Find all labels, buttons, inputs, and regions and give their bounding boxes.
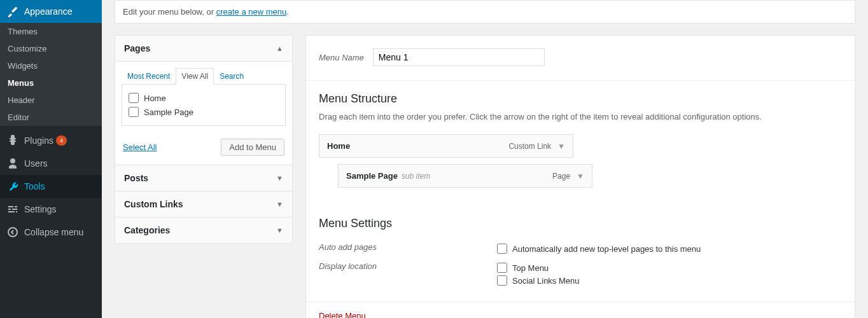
tab-most-recent[interactable]: Most Recent	[122, 68, 176, 85]
menu-item-title: Sample Page	[346, 171, 398, 181]
sidebar-item-label: Collapse menu	[24, 227, 83, 237]
admin-sidebar: Appearance Themes Customize Widgets Menu…	[0, 0, 102, 318]
menu-item-sample-page[interactable]: Sample Pagesub item Page▼	[338, 164, 592, 188]
notice-suffix: .	[286, 7, 289, 17]
page-sample-label: Sample Page	[144, 107, 193, 117]
sidebar-item-label: Settings	[24, 204, 57, 214]
location-top-label: Top Menu	[512, 263, 549, 273]
wrench-icon	[6, 180, 19, 193]
delete-menu-link[interactable]: Delete Menu	[319, 311, 366, 318]
chevron-down-icon[interactable]: ▼	[577, 172, 584, 181]
submenu-header[interactable]: Header	[0, 92, 102, 109]
svg-point-0	[8, 228, 17, 237]
accordion-title: Custom Links	[124, 199, 183, 209]
sidebar-item-label: Plugins	[24, 135, 53, 146]
plugins-update-badge: 4	[56, 135, 67, 146]
auto-add-pages-label: Auto add pages	[319, 242, 497, 255]
menu-item-subinfo: sub item	[402, 172, 430, 181]
main-content: Edit your menu below, or create a new me…	[102, 0, 868, 318]
chevron-up-icon: ▲	[276, 45, 283, 52]
submenu-widgets[interactable]: Widgets	[0, 57, 102, 74]
add-items-accordion: Pages ▲ Most Recent View All Search Home	[115, 35, 293, 244]
auto-add-pages-checkbox[interactable]	[497, 244, 507, 254]
accordion-title: Categories	[124, 225, 170, 235]
create-new-menu-link[interactable]: create a new menu	[216, 7, 287, 17]
menu-item-title: Home	[327, 141, 350, 151]
accordion-title: Posts	[124, 173, 148, 183]
sidebar-item-label: Appearance	[24, 6, 73, 17]
menu-item-type: Custom Link	[508, 142, 551, 151]
plug-icon	[6, 134, 19, 147]
select-all-link[interactable]: Select All	[123, 142, 157, 152]
accordion-title: Pages	[124, 43, 150, 53]
location-social-checkbox[interactable]	[497, 275, 507, 286]
page-home-checkbox[interactable]	[129, 93, 139, 103]
location-social-label: Social Links Menu	[512, 276, 580, 286]
tab-search[interactable]: Search	[214, 68, 249, 85]
accordion-pages-body: Most Recent View All Search Home Sample …	[115, 62, 292, 165]
accordion-categories-header[interactable]: Categories ▼	[115, 218, 292, 243]
sidebar-item-tools[interactable]: Tools	[0, 175, 102, 198]
accordion-customlinks-header[interactable]: Custom Links ▼	[115, 191, 292, 218]
menu-name-input[interactable]	[373, 48, 545, 66]
menu-structure-help: Drag each item into the order you prefer…	[319, 112, 842, 121]
auto-add-pages-option: Automatically add new top-level pages to…	[512, 244, 701, 254]
chevron-down-icon: ▼	[276, 226, 283, 234]
paintbrush-icon	[6, 5, 19, 18]
menu-name-label: Menu Name	[319, 53, 364, 62]
chevron-down-icon: ▼	[276, 200, 283, 208]
collapse-icon	[6, 226, 19, 238]
sidebar-item-users[interactable]: Users	[0, 152, 102, 175]
notice-text: Edit your menu below, or	[123, 7, 216, 17]
page-sample-checkbox[interactable]	[129, 107, 139, 117]
accordion-pages-header[interactable]: Pages ▲	[115, 36, 292, 62]
tab-view-all[interactable]: View All	[176, 68, 214, 85]
pages-tabs: Most Recent View All Search	[115, 62, 292, 84]
edit-menu-notice: Edit your menu below, or create a new me…	[115, 0, 855, 24]
page-home-label: Home	[144, 93, 166, 103]
display-location-label: Display location	[319, 261, 497, 287]
submenu-themes[interactable]: Themes	[0, 23, 102, 40]
sidebar-item-plugins[interactable]: Plugins 4	[0, 129, 102, 152]
location-top-checkbox[interactable]	[497, 263, 507, 273]
user-icon	[6, 157, 19, 170]
menu-item-home[interactable]: Home Custom Link▼	[319, 134, 573, 158]
menu-structure-heading: Menu Structure	[319, 92, 842, 106]
sliders-icon	[6, 203, 19, 216]
chevron-down-icon: ▼	[276, 174, 283, 182]
menu-editor-panel: Menu Name Menu Structure Drag each item …	[305, 35, 855, 318]
submenu-menus[interactable]: Menus	[0, 74, 102, 92]
menu-settings-heading: Menu Settings	[319, 217, 842, 230]
sidebar-item-appearance[interactable]: Appearance	[0, 0, 102, 23]
sidebar-item-settings[interactable]: Settings	[0, 198, 102, 221]
add-to-menu-button[interactable]: Add to Menu	[221, 139, 284, 156]
pages-checklist: Home Sample Page	[122, 84, 286, 126]
chevron-down-icon[interactable]: ▼	[557, 142, 565, 151]
sidebar-item-label: Tools	[24, 181, 45, 191]
submenu-customize[interactable]: Customize	[0, 40, 102, 57]
accordion-posts-header[interactable]: Posts ▼	[115, 165, 292, 191]
appearance-submenu: Themes Customize Widgets Menus Header Ed…	[0, 23, 102, 126]
sidebar-item-label: Users	[24, 158, 48, 169]
menu-item-type: Page	[552, 172, 570, 181]
submenu-editor[interactable]: Editor	[0, 109, 102, 126]
sidebar-item-collapse[interactable]: Collapse menu	[0, 221, 102, 244]
